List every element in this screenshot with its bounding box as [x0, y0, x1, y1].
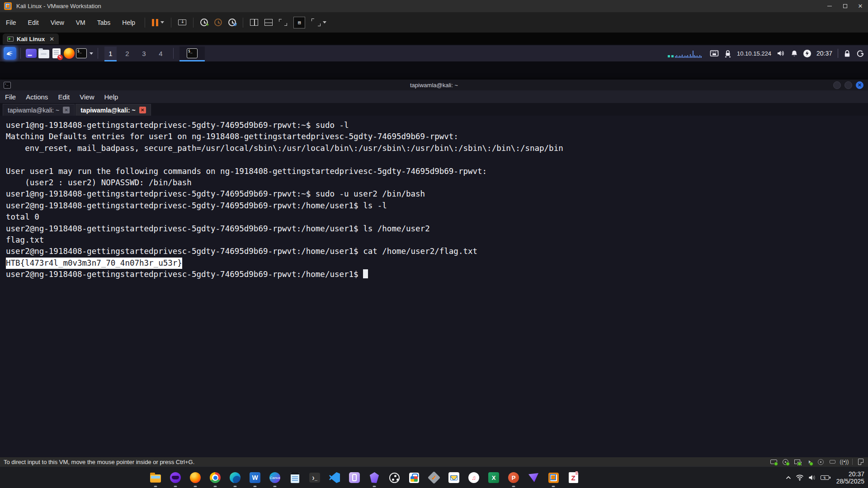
taskbar-start-button[interactable] — [126, 467, 146, 488]
menu-tabs[interactable]: Tabs — [91, 12, 117, 33]
close-tab-icon[interactable]: ✕ — [63, 107, 70, 113]
vm-tab-kali[interactable]: Kali Linux ✕ — [3, 33, 59, 44]
workspace-2[interactable]: 2 — [121, 47, 133, 60]
taskbar-firefox[interactable] — [185, 467, 205, 488]
taskbar-zotero[interactable]: Z — [563, 467, 583, 488]
taskbar-checkmark-app[interactable] — [424, 467, 444, 488]
show-desktop-button[interactable] — [25, 47, 38, 60]
fullscreen-icon — [311, 19, 321, 26]
close-tab-icon[interactable]: ✕ — [49, 36, 54, 42]
taskbar-edge[interactable] — [225, 467, 245, 488]
terminal-line: user2@ng-1918408-gettingstartedprivesc-5… — [6, 200, 868, 211]
taskbar-apps: W Canva ❯_ ♫ X P Z — [126, 467, 583, 488]
taskbar-word[interactable]: W — [245, 467, 265, 488]
minimize-button[interactable] — [822, 0, 837, 12]
terminal-line: user1@ng-1918408-gettingstartedprivesc-5… — [6, 120, 868, 131]
console-view-button[interactable]: ▤ — [290, 15, 308, 30]
close-tab-icon[interactable]: ✕ — [139, 107, 146, 113]
power-manager-icon[interactable] — [803, 50, 811, 57]
taskbar-triangle-app[interactable] — [524, 467, 543, 488]
cd-rom-icon[interactable] — [782, 459, 789, 465]
terminal-menu-file[interactable]: File — [0, 93, 21, 101]
taskbar-obs-studio[interactable] — [384, 467, 404, 488]
taskbar-vmware[interactable] — [543, 467, 563, 488]
menu-view[interactable]: View — [45, 12, 70, 33]
taskbar-microsoft-store[interactable] — [404, 467, 424, 488]
taskbar-chrome[interactable] — [205, 467, 225, 488]
taskbar-notepad[interactable] — [285, 467, 305, 488]
hard-disk-icon[interactable] — [770, 459, 778, 465]
message-log-icon[interactable] — [857, 459, 864, 465]
taskbar-vscode[interactable] — [325, 467, 344, 488]
terminal-tab-1[interactable]: tapiwamla@kali: ~ ✕ — [3, 104, 75, 116]
taskbar-terminal-window[interactable]: $_ — [179, 47, 205, 60]
ethernet-icon[interactable] — [710, 50, 719, 57]
folder-icon — [38, 50, 49, 58]
split-vertical-button[interactable] — [247, 15, 261, 30]
terminal-tabbar: tapiwamla@kali: ~ ✕ tapiwamla@kali: ~ ✕ — [0, 103, 868, 116]
tray-volume-icon[interactable] — [808, 474, 816, 481]
revert-snapshot-button[interactable] — [211, 15, 225, 30]
text-editor-button[interactable] — [50, 47, 63, 60]
terminal-menu-help[interactable]: Help — [99, 93, 123, 101]
terminal-close-button[interactable]: ✕ — [856, 81, 863, 89]
panel-clock[interactable]: 20:37 — [816, 50, 832, 57]
firefox-button[interactable] — [63, 47, 75, 60]
terminal-menu-edit[interactable]: Edit — [53, 93, 75, 101]
vm-state-icon — [7, 37, 14, 42]
taskbar-itunes[interactable]: ♫ — [464, 467, 484, 488]
lock-screen-icon[interactable] — [844, 50, 851, 57]
signal-icon[interactable]: ((•)) — [840, 459, 848, 465]
vm-screen[interactable]: $_ 1 2 3 4 $_ 10.10.15.224 20:37 — [0, 44, 868, 457]
workspace-3[interactable]: 3 — [138, 47, 150, 60]
taskbar-file-explorer[interactable] — [146, 467, 165, 488]
maximize-button[interactable] — [837, 0, 853, 12]
workspace-4[interactable]: 4 — [155, 47, 167, 60]
close-button[interactable]: ✕ — [853, 0, 868, 12]
tray-expand-icon[interactable] — [786, 476, 791, 479]
terminal-launcher-button[interactable]: $_ — [75, 47, 94, 60]
taskbar-obsidian[interactable] — [364, 467, 384, 488]
logout-icon[interactable] — [856, 50, 864, 57]
taskbar-powerpoint[interactable]: P — [504, 467, 524, 488]
wifi-icon[interactable] — [796, 474, 804, 481]
vpn-lock-icon[interactable] — [724, 50, 731, 57]
terminal-maximize-button[interactable] — [844, 81, 852, 89]
toolbar-separator — [193, 18, 193, 28]
printer-icon[interactable] — [817, 459, 825, 465]
sound-icon[interactable]: 🕨 — [805, 459, 813, 465]
pause-vm-button[interactable] — [149, 15, 167, 30]
fullscreen-button[interactable] — [308, 15, 330, 30]
terminal-minimize-button[interactable] — [833, 81, 841, 89]
terminal-menu-actions[interactable]: Actions — [21, 93, 53, 101]
cpu-network-graph[interactable] — [668, 49, 702, 58]
taskbar-phone-link[interactable] — [344, 467, 364, 488]
tray-clock[interactable]: 20:37 28/5/2025 — [836, 470, 864, 485]
taskbar-canva[interactable]: Canva — [265, 467, 285, 488]
volume-icon[interactable] — [777, 50, 785, 57]
taskbar-mail[interactable] — [444, 467, 464, 488]
workspace-1[interactable]: 1 — [104, 47, 117, 60]
unity-view-button[interactable] — [276, 15, 290, 30]
terminal-titlebar[interactable]: tapiwamla@kali: ~ ›_ ✕ — [0, 80, 868, 90]
split-horizontal-button[interactable] — [261, 15, 276, 30]
taskbar-excel[interactable]: X — [484, 467, 504, 488]
bell-icon[interactable] — [791, 50, 798, 57]
terminal-body[interactable]: user1@ng-1918408-gettingstartedprivesc-5… — [0, 116, 868, 457]
send-ctrl-alt-del-button[interactable] — [175, 15, 189, 30]
terminal-tab-2[interactable]: tapiwamla@kali: ~ ✕ — [75, 104, 151, 116]
menu-help[interactable]: Help — [116, 12, 141, 33]
taskbar-windows-terminal[interactable]: ❯_ — [305, 467, 325, 488]
terminal-menu-view[interactable]: View — [75, 93, 99, 101]
usb-device-icon[interactable] — [829, 459, 836, 465]
take-snapshot-button[interactable]: + — [197, 15, 211, 30]
taskbar-masked-app[interactable] — [165, 467, 185, 488]
battery-charging-icon[interactable]: ↯ — [821, 475, 829, 480]
network-adapter-icon[interactable] — [793, 459, 801, 465]
snapshot-manager-button[interactable]: ↺ — [225, 15, 239, 30]
menu-vm[interactable]: VM — [70, 12, 91, 33]
kali-menu-button[interactable] — [4, 47, 16, 60]
file-manager-button[interactable] — [38, 47, 50, 60]
menu-file[interactable]: File — [0, 12, 22, 33]
menu-edit[interactable]: Edit — [22, 12, 45, 33]
